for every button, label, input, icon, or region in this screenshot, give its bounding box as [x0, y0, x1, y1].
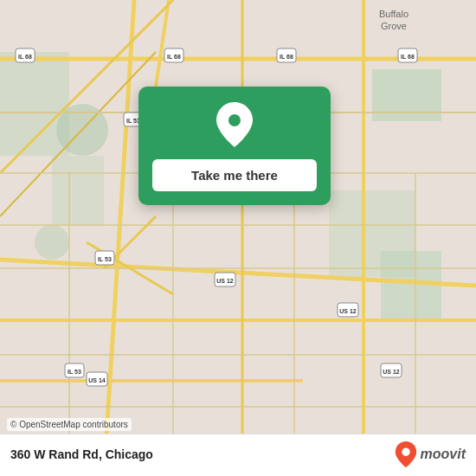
svg-text:IL 68: IL 68	[167, 54, 181, 60]
take-me-there-button[interactable]: Take me there	[152, 159, 317, 191]
svg-text:US 12: US 12	[383, 369, 400, 375]
svg-rect-1	[52, 156, 104, 225]
map-container: IL 68 IL 68 IL 68 IL 68 IL 53 IL 53 IL 5…	[0, 0, 476, 476]
svg-text:US 14: US 14	[88, 377, 106, 383]
svg-text:IL 68: IL 68	[401, 54, 415, 60]
location-pin-icon	[216, 102, 253, 151]
moovit-wordmark: moovit	[421, 447, 466, 462]
svg-point-54	[402, 448, 409, 456]
svg-text:US 12: US 12	[216, 278, 234, 284]
location-card[interactable]: Take me there	[138, 87, 331, 205]
address-label: 360 W Rand Rd, Chicago	[10, 447, 153, 461]
svg-text:Buffalo: Buffalo	[379, 9, 408, 19]
svg-line-8	[104, 0, 134, 476]
svg-text:IL 68: IL 68	[18, 54, 32, 60]
copyright-text: © OpenStreetMap contributors	[7, 418, 132, 431]
svg-text:Grove: Grove	[381, 21, 407, 31]
svg-text:IL 53: IL 53	[68, 369, 81, 375]
svg-text:IL 68: IL 68	[280, 54, 293, 60]
moovit-pin-icon	[395, 441, 417, 467]
moovit-logo: moovit	[395, 441, 466, 467]
svg-point-53	[228, 113, 241, 127]
svg-point-5	[35, 225, 69, 260]
map-roads: IL 68 IL 68 IL 68 IL 68 IL 53 IL 53 IL 5…	[0, 0, 476, 476]
svg-rect-6	[381, 251, 441, 320]
svg-text:IL 53: IL 53	[98, 256, 112, 262]
svg-text:US 12: US 12	[339, 308, 357, 314]
bottom-bar: 360 W Rand Rd, Chicago moovit	[0, 434, 476, 476]
